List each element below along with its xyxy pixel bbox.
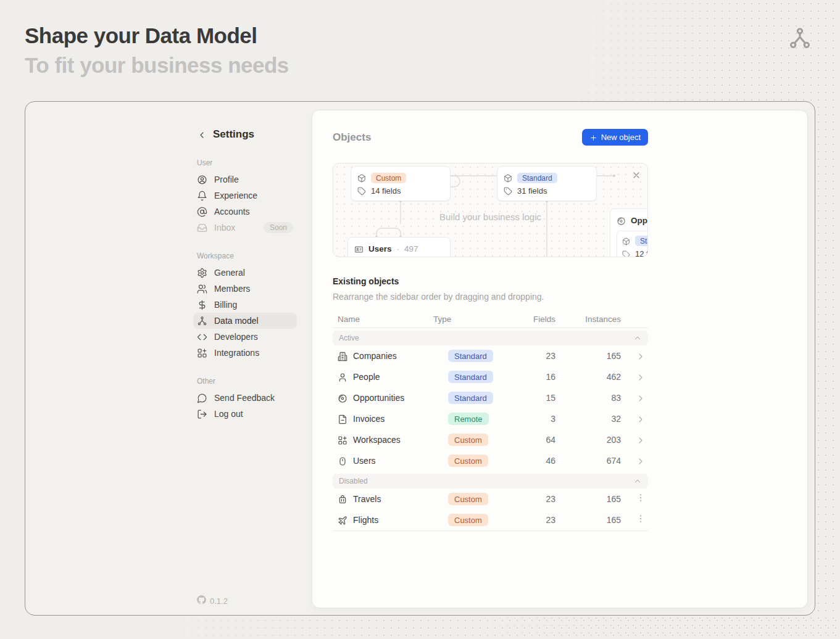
sidebar-item-data-model[interactable]: Data model (193, 313, 297, 329)
instances-value: 165 (555, 515, 621, 525)
group-row-active[interactable]: Active (333, 331, 648, 345)
type-badge: Custom (371, 173, 406, 183)
sidebar-item-developers[interactable]: Developers (193, 329, 297, 345)
table-row-users[interactable]: Users Custom 46 674 (333, 450, 648, 471)
table-row-opportunities[interactable]: Opportunities Standard 15 83 (333, 387, 648, 408)
fields-count: 31 fields (517, 186, 547, 196)
fields-count: 12 fields (635, 249, 648, 257)
sidebar-item-send-feedback[interactable]: Send Feedback (193, 390, 297, 406)
kebab-menu-icon[interactable] (636, 493, 646, 505)
panel-title: Objects (333, 131, 371, 144)
app-window: Settings User Profile Experience Account… (25, 101, 815, 616)
chevron-right-icon[interactable] (636, 413, 646, 424)
user-circle-icon (197, 174, 207, 185)
settings-back[interactable]: Settings (193, 126, 297, 142)
objects-table: Name Type Fields Instances Active Compan… (333, 311, 648, 531)
tag-icon (504, 186, 512, 197)
page-title: Shape your Data Model (25, 23, 257, 48)
table-row-workspaces[interactable]: Workspaces Custom 64 203 (333, 429, 648, 450)
fields-value: 23 (526, 351, 555, 361)
plus-icon (589, 133, 597, 142)
table-row-travels[interactable]: Travels Custom 23 165 (333, 489, 648, 509)
target-icon (338, 392, 347, 403)
diagram-card-opportunities[interactable]: Opportunities Standard 12 fields (610, 208, 648, 257)
sidebar-item-members[interactable]: Members (193, 281, 297, 297)
type-badge: Custom (448, 514, 488, 526)
card-title: Users (368, 244, 392, 254)
chevron-left-icon (197, 128, 207, 141)
new-object-button[interactable]: New object (582, 129, 648, 146)
section-label-user: User (193, 159, 297, 167)
type-badge: Custom (448, 493, 488, 505)
fields-value: 64 (526, 435, 555, 445)
grid-plus-icon (197, 347, 207, 358)
type-badge: Standard (448, 392, 493, 404)
section-label-workspace: Workspace (193, 252, 297, 260)
banner-caption: Build your business logic (333, 212, 647, 222)
chevron-right-icon[interactable] (636, 350, 646, 361)
type-badge: Custom (448, 455, 488, 467)
code-icon (197, 331, 207, 342)
table-row-flights[interactable]: Flights Custom 23 165 (333, 509, 648, 530)
instances-value: 674 (555, 456, 621, 466)
settings-title: Settings (213, 128, 254, 141)
page-subtitle: To fit your business needs (25, 53, 289, 78)
type-badge: Standard (448, 371, 493, 383)
chevron-right-icon[interactable] (636, 371, 646, 382)
person-icon (338, 371, 347, 382)
fields-value: 15 (526, 393, 555, 403)
fields-value: 23 (526, 494, 555, 504)
instances-value: 165 (555, 351, 621, 361)
instances-value: 32 (555, 414, 621, 424)
building-icon (338, 350, 347, 361)
diagram-card-custom[interactable]: Custom 14 fields (351, 166, 451, 201)
chevron-right-icon[interactable] (636, 392, 646, 403)
dollar-icon (197, 299, 207, 310)
sidebar-item-integrations[interactable]: Integrations (193, 345, 297, 361)
chevron-right-icon[interactable] (636, 455, 646, 466)
sidebar-item-log-out[interactable]: Log out (193, 406, 297, 422)
message-icon (197, 392, 207, 403)
type-badge: Standard (635, 236, 648, 246)
box-icon (357, 173, 366, 184)
sidebar-item-general[interactable]: General (193, 265, 297, 281)
type-badge: Custom (448, 434, 488, 446)
business-logic-banner: Build your business logic Custom 14 fiel… (333, 163, 648, 257)
fields-value: 23 (526, 515, 555, 525)
id-card-icon (354, 244, 364, 255)
sidebar-item-inbox: Inbox Soon (193, 220, 297, 236)
table-row-companies[interactable]: Companies Standard 23 165 (333, 345, 648, 366)
table-row-invoices[interactable]: Invoices Remote 3 32 (333, 408, 648, 429)
existing-objects-title: Existing objects (333, 276, 648, 286)
sidebar-item-profile[interactable]: Profile (193, 171, 297, 188)
instances-value: 462 (555, 372, 621, 382)
group-row-disabled[interactable]: Disabled (333, 474, 648, 489)
box-icon (622, 236, 630, 247)
inbox-icon (197, 222, 207, 233)
chevron-right-icon[interactable] (636, 434, 646, 445)
sidebar-item-experience[interactable]: Experience (193, 188, 297, 204)
background-dot-pattern-bottom (25, 617, 840, 639)
objects-panel: Objects New object (312, 110, 808, 608)
diagram-card-users[interactable]: Users · 497 (347, 237, 451, 257)
mouse-icon (338, 455, 347, 466)
kebab-menu-icon[interactable] (636, 514, 646, 526)
table-row-people[interactable]: People Standard 16 462 (333, 366, 648, 387)
column-fields: Fields (526, 315, 555, 324)
data-model-logo-icon (788, 26, 812, 51)
chevron-up-icon[interactable] (633, 477, 642, 486)
tag-icon (357, 186, 366, 197)
sidebar-item-accounts[interactable]: Accounts (193, 204, 297, 220)
close-icon[interactable] (631, 169, 641, 180)
tag-icon (622, 249, 630, 258)
plane-icon (338, 514, 347, 526)
grid-plus-icon (338, 434, 347, 445)
github-icon[interactable] (197, 595, 206, 606)
column-instances: Instances (555, 315, 621, 324)
luggage-icon (338, 493, 347, 505)
instances-value: 165 (555, 494, 621, 504)
sidebar-item-billing[interactable]: Billing (193, 297, 297, 313)
soon-badge: Soon (264, 222, 293, 233)
diagram-card-standard[interactable]: Standard 31 fields (497, 166, 597, 201)
chevron-up-icon[interactable] (633, 334, 642, 343)
